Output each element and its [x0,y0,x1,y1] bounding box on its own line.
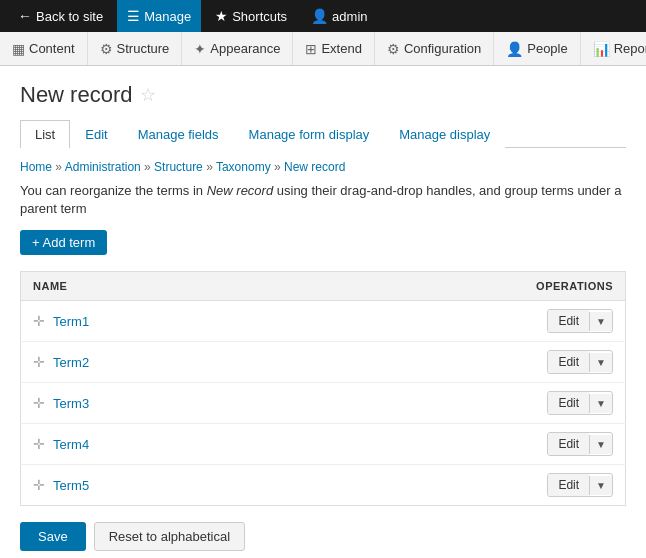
edit-dropdown-button[interactable]: ▼ [589,394,612,413]
operations-cell: Edit ▼ [288,424,625,465]
footer-actions: Save Reset to alphabetical [20,522,626,551]
drag-handle-icon[interactable]: ✛ [33,354,45,370]
manage-icon: ☰ [127,8,140,24]
edit-button[interactable]: Edit [548,351,589,373]
admin-label: admin [332,9,367,24]
edit-button[interactable]: Edit [548,392,589,414]
reset-to-alphabetical-button[interactable]: Reset to alphabetical [94,522,245,551]
term-link[interactable]: Term4 [53,437,89,452]
add-term-button[interactable]: + Add term [20,230,107,255]
tab-edit[interactable]: Edit [70,120,122,148]
table-row: ✛ Term2 Edit ▼ [21,342,626,383]
nav-people-label: People [527,41,567,56]
operations-cell: Edit ▼ [288,465,625,506]
nav-extend[interactable]: ⊞ Extend [293,32,374,65]
manage-link[interactable]: ☰ Manage [117,0,201,32]
nav-configuration-label: Configuration [404,41,481,56]
back-to-site-label: Back to site [36,9,103,24]
admin-link[interactable]: 👤 admin [301,0,377,32]
nav-content-label: Content [29,41,75,56]
description-text: You can reorganize the terms in New reco… [20,182,626,218]
term-name-cell: ✛ Term3 [21,383,289,424]
save-button[interactable]: Save [20,522,86,551]
reports-icon: 📊 [593,41,610,57]
page-title: New record ☆ [20,82,626,108]
shortcuts-link[interactable]: ★ Shortcuts [205,0,297,32]
star-icon: ★ [215,8,228,24]
term-link[interactable]: Term1 [53,314,89,329]
edit-button[interactable]: Edit [548,474,589,496]
nav-reports-label: Reports [614,41,646,56]
drag-handle-icon[interactable]: ✛ [33,395,45,411]
edit-button-group: Edit ▼ [547,309,613,333]
tab-bar: List Edit Manage fields Manage form disp… [20,120,626,148]
table-row: ✛ Term4 Edit ▼ [21,424,626,465]
edit-dropdown-button[interactable]: ▼ [589,435,612,454]
admin-bar: ← Back to site ☰ Manage ★ Shortcuts 👤 ad… [0,0,646,32]
edit-button-group: Edit ▼ [547,350,613,374]
breadcrumb-structure[interactable]: Structure [154,160,203,174]
drag-handle-icon[interactable]: ✛ [33,477,45,493]
appearance-icon: ✦ [194,41,206,57]
back-to-site-link[interactable]: ← Back to site [8,0,113,32]
term-name-cell: ✛ Term5 [21,465,289,506]
breadcrumb: Home » Administration » Structure » Taxo… [20,160,626,174]
operations-column-header: OPERATIONS [288,272,625,301]
edit-button-group: Edit ▼ [547,473,613,497]
breadcrumb-new-record[interactable]: New record [284,160,345,174]
nav-structure[interactable]: ⚙ Structure [88,32,183,65]
term-link[interactable]: Term5 [53,478,89,493]
shortcuts-label: Shortcuts [232,9,287,24]
manage-label: Manage [144,9,191,24]
drag-handle-icon[interactable]: ✛ [33,436,45,452]
breadcrumb-taxonomy[interactable]: Taxonomy [216,160,271,174]
tab-manage-display[interactable]: Manage display [384,120,505,148]
tab-manage-form-display[interactable]: Manage form display [234,120,385,148]
breadcrumb-sep4: » [274,160,284,174]
edit-button-group: Edit ▼ [547,432,613,456]
term-link[interactable]: Term2 [53,355,89,370]
operations-cell: Edit ▼ [288,383,625,424]
operations-cell: Edit ▼ [288,301,625,342]
nav-configuration[interactable]: ⚙ Configuration [375,32,494,65]
nav-content[interactable]: ▦ Content [0,32,88,65]
structure-icon: ⚙ [100,41,113,57]
main-nav: ▦ Content ⚙ Structure ✦ Appearance ⊞ Ext… [0,32,646,66]
config-icon: ⚙ [387,41,400,57]
table-row: ✛ Term3 Edit ▼ [21,383,626,424]
operations-cell: Edit ▼ [288,342,625,383]
page-content: New record ☆ List Edit Manage fields Man… [0,66,646,558]
nav-reports[interactable]: 📊 Reports [581,32,646,65]
drag-handle-icon[interactable]: ✛ [33,313,45,329]
edit-dropdown-button[interactable]: ▼ [589,476,612,495]
user-icon: 👤 [311,8,328,24]
breadcrumb-sep2: » [144,160,154,174]
nav-appearance-label: Appearance [210,41,280,56]
edit-dropdown-button[interactable]: ▼ [589,312,612,331]
people-icon: 👤 [506,41,523,57]
term-name-cell: ✛ Term1 [21,301,289,342]
edit-button[interactable]: Edit [548,433,589,455]
term-name-cell: ✛ Term2 [21,342,289,383]
term-link[interactable]: Term3 [53,396,89,411]
edit-button[interactable]: Edit [548,310,589,332]
breadcrumb-home[interactable]: Home [20,160,52,174]
nav-appearance[interactable]: ✦ Appearance [182,32,293,65]
tab-list[interactable]: List [20,120,70,148]
favorite-icon[interactable]: ☆ [140,84,156,106]
table-header-row: NAME OPERATIONS [21,272,626,301]
edit-dropdown-button[interactable]: ▼ [589,353,612,372]
nav-extend-label: Extend [321,41,361,56]
table-row: ✛ Term5 Edit ▼ [21,465,626,506]
tab-manage-fields[interactable]: Manage fields [123,120,234,148]
breadcrumb-sep1: » [55,160,64,174]
breadcrumb-administration[interactable]: Administration [65,160,141,174]
content-icon: ▦ [12,41,25,57]
breadcrumb-sep3: » [206,160,216,174]
nav-structure-label: Structure [117,41,170,56]
terms-table: NAME OPERATIONS ✛ Term1 Edit ▼ ✛ Term2 [20,271,626,506]
nav-people[interactable]: 👤 People [494,32,580,65]
extend-icon: ⊞ [305,41,317,57]
back-icon: ← [18,8,32,24]
term-name-cell: ✛ Term4 [21,424,289,465]
